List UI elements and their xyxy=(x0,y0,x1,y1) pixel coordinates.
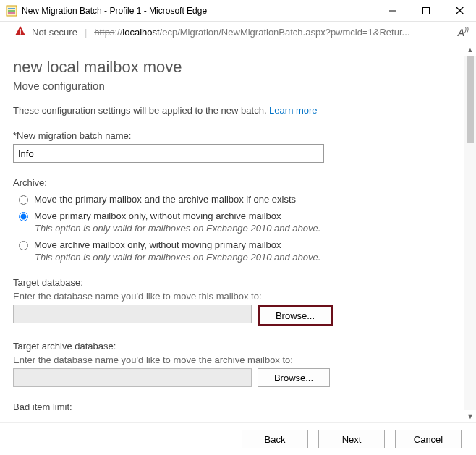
archive-radio[interactable] xyxy=(19,212,28,221)
addressbar-separator: | xyxy=(85,27,87,38)
archive-option: Move archive mailbox only, without movin… xyxy=(19,239,457,250)
scroll-up-icon[interactable]: ▲ xyxy=(464,43,476,56)
page-heading: new local mailbox move xyxy=(13,58,457,77)
window-title: New Migration Batch - Profile 1 - Micros… xyxy=(22,6,376,16)
url-scheme: https xyxy=(94,27,114,38)
minimize-button[interactable] xyxy=(376,0,409,21)
svg-rect-3 xyxy=(8,12,15,14)
not-secure-icon xyxy=(14,25,26,39)
svg-rect-1 xyxy=(8,8,15,9)
vertical-scrollbar[interactable]: ▲ ▼ xyxy=(464,43,476,422)
url-path: /ecp/Migration/NewMigrationBatch.aspx?pw… xyxy=(160,27,410,38)
target-db-section: Target database: Enter the database name… xyxy=(13,277,457,326)
cancel-button[interactable]: Cancel xyxy=(395,430,462,448)
page-subheading: Move configuration xyxy=(13,80,457,92)
archive-section: Archive: Move the primary mailbox and th… xyxy=(13,177,457,263)
svg-rect-8 xyxy=(20,29,21,33)
window-titlebar: New Migration Batch - Profile 1 - Micros… xyxy=(0,0,476,22)
scroll-thumb[interactable] xyxy=(467,56,474,143)
archive-option-label: Move the primary mailbox and the archive… xyxy=(34,194,296,205)
learn-more-link[interactable]: Learn more xyxy=(269,105,317,116)
read-aloud-icon[interactable]: A)) xyxy=(458,26,469,38)
target-archive-db-label: Target archive database: xyxy=(13,341,457,352)
scroll-down-icon[interactable]: ▼ xyxy=(464,410,476,422)
archive-radio[interactable] xyxy=(19,241,28,250)
back-button[interactable]: Back xyxy=(242,430,308,448)
svg-rect-2 xyxy=(8,10,15,12)
close-button[interactable] xyxy=(443,0,476,21)
window-controls xyxy=(376,0,476,21)
app-icon xyxy=(6,5,17,17)
scroll-track[interactable] xyxy=(464,56,476,410)
target-db-browse-button[interactable]: Browse... xyxy=(258,305,333,326)
target-db-label: Target database: xyxy=(13,277,457,288)
batch-name-label: *New migration batch name: xyxy=(13,130,457,141)
wizard-footer: Back Next Cancel xyxy=(0,422,476,455)
svg-rect-9 xyxy=(20,33,21,35)
url-text[interactable]: https://localhost/ecp/Migration/NewMigra… xyxy=(94,27,451,38)
next-button[interactable]: Next xyxy=(318,430,385,448)
url-host: localhost xyxy=(122,27,159,38)
archive-legend: Archive: xyxy=(13,177,457,188)
archive-option: Move primary mailbox only, without movin… xyxy=(19,211,457,221)
maximize-button[interactable] xyxy=(409,0,443,21)
target-archive-db-section: Target archive database: Enter the datab… xyxy=(13,341,457,387)
content-area: new local mailbox move Move configuratio… xyxy=(0,43,476,422)
target-db-input[interactable] xyxy=(13,305,252,323)
batch-name-section: *New migration batch name: xyxy=(13,130,457,163)
archive-option-label: Move archive mailbox only, without movin… xyxy=(34,239,281,250)
bad-item-label: Bad item limit: xyxy=(13,401,457,412)
target-db-help: Enter the database name you'd like to mo… xyxy=(13,291,457,302)
archive-option: Move the primary mailbox and the archive… xyxy=(19,194,457,205)
target-archive-db-browse-button[interactable]: Browse... xyxy=(258,368,330,387)
batch-name-input[interactable] xyxy=(13,144,324,163)
address-bar: Not secure | https://localhost/ecp/Migra… xyxy=(0,22,476,43)
target-archive-db-input[interactable] xyxy=(13,368,252,387)
page-description: These configuration settings will be app… xyxy=(13,105,457,116)
archive-option-hint: This option is only valid for mailboxes … xyxy=(35,252,457,263)
svg-rect-5 xyxy=(423,7,430,14)
archive-option-label: Move primary mailbox only, without movin… xyxy=(34,211,281,221)
bad-item-section: Bad item limit: xyxy=(13,401,457,412)
archive-radio[interactable] xyxy=(19,195,28,205)
target-archive-db-help: Enter the database name you'd like to mo… xyxy=(13,354,457,365)
not-secure-label[interactable]: Not secure xyxy=(32,27,77,38)
archive-option-hint: This option is only valid for mailboxes … xyxy=(35,223,457,234)
